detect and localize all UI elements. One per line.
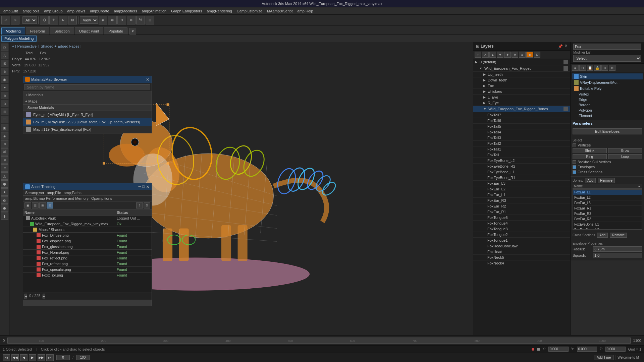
tb-btn-4[interactable]: ◈ xyxy=(99,16,107,24)
left-icon-8[interactable]: ⊙ xyxy=(1,100,8,107)
layer-foxtail[interactable]: FoxTail xyxy=(473,152,570,158)
left-icon-13[interactable]: ⊚ xyxy=(1,140,8,147)
left-icon-1[interactable]: ⬡ xyxy=(1,44,8,51)
menu-create[interactable]: amp;Create xyxy=(88,8,111,14)
mat-item-2[interactable]: Map #119 (Fox_displace.png) [Fox] xyxy=(23,126,152,133)
bone-item-4[interactable]: FoxEar_R2 xyxy=(573,211,642,217)
layers-new-btn[interactable]: + xyxy=(475,52,481,58)
mat-item-0[interactable]: Eyes_m ( VRayMtl ) [L_Eye, R_Eye] xyxy=(23,111,152,118)
asset-tb-1[interactable]: ▣ xyxy=(24,202,31,208)
layer-item-down-teeth[interactable]: ▶ Down_teeth xyxy=(473,77,570,83)
left-icon-10[interactable]: ☰ xyxy=(1,116,8,123)
asset-menu-file[interactable]: amp;File xyxy=(47,191,61,195)
asset-row-7[interactable]: Fox_reflect.png Found xyxy=(23,255,152,261)
bone-item-7[interactable]: FoxEyeBone_L2 xyxy=(573,227,642,230)
pb-skip-start[interactable]: ⏮ xyxy=(3,354,10,361)
cross-add-btn[interactable]: Add xyxy=(597,233,608,238)
tb-btn-5[interactable]: ⊛ xyxy=(108,16,117,24)
bone-item-0[interactable]: FoxEar_L1 xyxy=(573,190,642,195)
left-icon-21[interactable]: ⬟ xyxy=(1,204,8,212)
redo-btn[interactable]: ↪ xyxy=(11,16,19,24)
menu-help[interactable]: amp;Help xyxy=(296,8,315,14)
layer-item-whiskers[interactable]: ▶ whiskers xyxy=(473,89,570,95)
layer-vis-0[interactable] xyxy=(564,60,568,64)
left-icon-15[interactable]: ⊗ xyxy=(1,156,8,164)
move-btn[interactable]: ✛ xyxy=(49,16,58,24)
layer-foxeyebone-r1[interactable]: FoxEyeBone_R1 xyxy=(473,175,570,181)
pb-play-back[interactable]: ◀ xyxy=(20,354,28,361)
bone-item-6[interactable]: FoxEyeBone_L1 xyxy=(573,222,642,227)
asset-menu-options[interactable]: Opamp;tions xyxy=(91,196,112,200)
mat-browser-search-input[interactable] xyxy=(24,84,150,90)
layer-item-l-eye[interactable]: ▶ L_Eye xyxy=(473,95,570,100)
layers-move-down-btn[interactable]: ▼ xyxy=(497,52,503,58)
left-icon-11[interactable]: ▣ xyxy=(1,124,8,131)
modifier-skin[interactable]: Skin xyxy=(572,73,643,79)
bones-list[interactable]: FoxEar_L1 FoxEar_L2 FoxEar_L3 FoxEar_R1 … xyxy=(573,189,642,230)
layer-foxear-r1[interactable]: FoxEar_R1 xyxy=(473,209,570,215)
menu-modifiers[interactable]: amp;Modifiers xyxy=(112,8,139,14)
left-icon-17[interactable]: ◬ xyxy=(1,172,8,180)
layer-foxtail4[interactable]: FoxTail4 xyxy=(473,129,570,135)
menu-animation[interactable]: amp;Animation xyxy=(140,8,168,14)
props-tb-4[interactable]: 🔒 xyxy=(594,65,601,71)
props-tb-2[interactable]: ⊙ xyxy=(579,65,586,71)
asset-tb-3[interactable]: ⊞ xyxy=(39,202,46,208)
asset-prev-btn[interactable]: ◀ xyxy=(24,294,27,299)
bones-sort-btn[interactable]: ▲ xyxy=(638,184,641,188)
asset-row-6[interactable]: Fox_Normal.png Found xyxy=(23,250,152,255)
tab-object-paint[interactable]: Object Paint xyxy=(75,27,104,35)
modifier-vray[interactable]: VRayDisplacementMo... xyxy=(572,79,643,85)
tb-btn-9[interactable]: ⊞ xyxy=(146,16,154,24)
asset-tb-settings[interactable]: ⚙ xyxy=(144,202,150,208)
left-icon-12[interactable]: ◈ xyxy=(1,132,8,139)
asset-tb-help[interactable]: ? xyxy=(136,202,143,208)
asset-row-4[interactable]: Fox_displace.png Found xyxy=(23,238,152,244)
layer-item-1[interactable]: ▼ Wild_European_Fox_Rigged xyxy=(473,65,570,72)
mat-maps-section[interactable]: + Maps xyxy=(23,98,152,105)
tab-freeform[interactable]: Freeform xyxy=(26,27,50,35)
left-icon-18[interactable]: ⬢ xyxy=(1,180,8,188)
layer-foxear-l3[interactable]: FoxEar_L3 xyxy=(473,181,570,186)
cross-check[interactable] xyxy=(573,170,576,174)
view-dropdown[interactable]: View xyxy=(80,16,98,24)
layers-delete-btn[interactable]: ✕ xyxy=(482,52,489,58)
asset-row-5[interactable]: Fox_glossines.png Found xyxy=(23,244,152,250)
props-modifier-dropdown[interactable]: Select... xyxy=(573,55,641,62)
z-coord-input[interactable] xyxy=(605,347,626,352)
asset-minimize-btn[interactable]: ─ xyxy=(139,184,141,189)
sub-tab-polygon-modeling[interactable]: Polygon Modeling xyxy=(1,36,37,42)
layers-settings-btn[interactable]: ⚙ xyxy=(534,52,540,58)
envelopes-check[interactable] xyxy=(573,165,576,169)
modifier-editable-poly[interactable]: Editable Poly xyxy=(572,85,643,92)
pb-next-frame[interactable]: ▶▶ xyxy=(38,354,45,361)
asset-row-8[interactable]: Fox_refract.png Found xyxy=(23,261,152,267)
layer-foxheadboneJaw[interactable]: FoxHeadBoneJaw xyxy=(473,243,570,249)
asset-maximize-btn[interactable]: □ xyxy=(142,184,145,189)
layer-foxtail7[interactable]: FoxTail7 xyxy=(473,112,570,118)
left-icon-20[interactable]: ◐ xyxy=(1,196,8,204)
asset-tb-2[interactable]: ☰ xyxy=(32,202,39,208)
welcome-bar[interactable]: Welcome to M xyxy=(615,355,641,360)
asset-menu-bitmap[interactable]: amp;Bitmap Performance and Memory xyxy=(25,196,89,200)
loop-btn[interactable]: Loop xyxy=(608,154,642,159)
tab-modeling[interactable]: Modeling xyxy=(1,27,25,35)
asset-row-3[interactable]: Fox_Diffuse.png Found xyxy=(23,233,152,238)
layer-foxneck4[interactable]: FoxNeck4 xyxy=(473,260,570,266)
asset-row-maps[interactable]: Maps / Shaders xyxy=(23,227,152,233)
left-icon-22[interactable]: ⧫ xyxy=(1,213,8,220)
asset-table-body[interactable]: Autodesk Vault Logged Out ... Wild_Europ… xyxy=(23,216,152,293)
tb-btn-6[interactable]: ⊙ xyxy=(117,16,126,24)
layer-foxtongue3[interactable]: FoxTongue3 xyxy=(473,226,570,232)
menu-tools[interactable]: amp;Tools xyxy=(20,8,41,14)
menu-maxscript[interactable]: MAamp;XScript xyxy=(265,8,294,14)
props-name-input[interactable] xyxy=(573,44,641,50)
timeline-track[interactable]: 100 200 300 400 500 600 700 800 900 1000 xyxy=(7,338,630,344)
menu-views[interactable]: amp;Views xyxy=(65,8,88,14)
pb-play[interactable]: ▶ xyxy=(29,354,36,361)
layer-item-r-eye[interactable]: ▶ R_Eye xyxy=(473,100,570,106)
left-icon-3[interactable]: ⊠ xyxy=(1,60,8,67)
asset-tb-4[interactable]: ⊟ xyxy=(47,202,53,208)
filter-dropdown[interactable]: All xyxy=(22,16,37,24)
layer-foxear-r2[interactable]: FoxEar_R2 xyxy=(473,203,570,209)
